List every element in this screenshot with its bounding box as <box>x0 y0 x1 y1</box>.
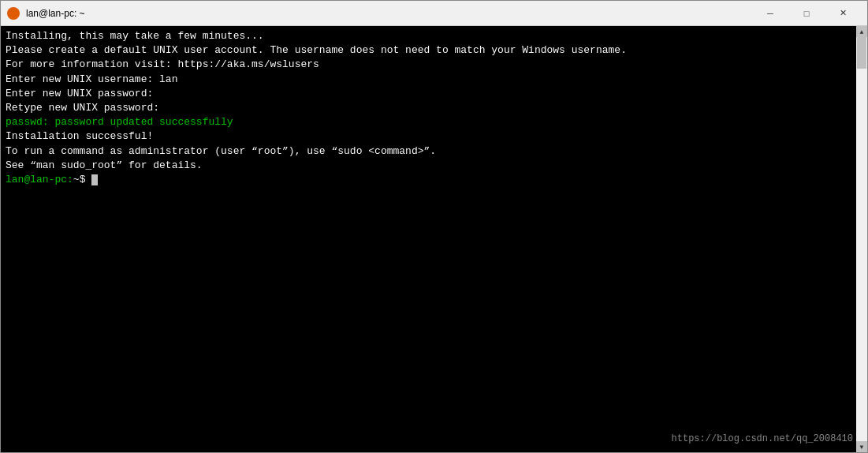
window-controls: ─ □ ✕ <box>752 1 861 26</box>
scroll-down-arrow[interactable]: ▼ <box>856 441 867 452</box>
terminal-line: Enter new UNIX password: <box>6 87 862 101</box>
maximize-button[interactable]: □ <box>788 1 825 26</box>
terminal-window: lan@lan-pc: ~ ─ □ ✕ Installing, this may… <box>0 0 868 453</box>
terminal-line: Please create a default UNIX user accoun… <box>6 43 862 58</box>
terminal-line: lan@lan-pc:~$ <box>6 173 862 187</box>
terminal-line: Enter new UNIX username: lan <box>6 73 862 87</box>
terminal-output: Installing, this may take a few minutes.… <box>6 29 862 187</box>
window-icon <box>7 7 20 20</box>
terminal-line: See “man sudo_root” for details. <box>6 159 862 173</box>
scroll-up-arrow[interactable]: ▲ <box>856 26 867 37</box>
scrollbar[interactable]: ▲ ▼ <box>856 26 867 452</box>
terminal-line: Installing, this may take a few minutes.… <box>6 29 862 43</box>
terminal-body[interactable]: Installing, this may take a few minutes.… <box>1 26 867 452</box>
terminal-line: Retype new UNIX password: <box>6 101 862 115</box>
terminal-line: Installation successful! <box>6 129 862 144</box>
watermark: https://blog.csdn.net/qq_2008410 <box>672 433 853 444</box>
title-bar: lan@lan-pc: ~ ─ □ ✕ <box>1 1 867 26</box>
terminal-line: For more information visit: https://aka.… <box>6 58 862 72</box>
close-button[interactable]: ✕ <box>825 1 861 26</box>
terminal-line: passwd: password updated successfully <box>6 115 862 129</box>
terminal-line: To run a command as administrator (user … <box>6 144 862 159</box>
window-title: lan@lan-pc: ~ <box>26 8 752 19</box>
scrollbar-thumb[interactable] <box>857 37 866 69</box>
minimize-button[interactable]: ─ <box>752 1 788 26</box>
scrollbar-track <box>856 37 867 441</box>
